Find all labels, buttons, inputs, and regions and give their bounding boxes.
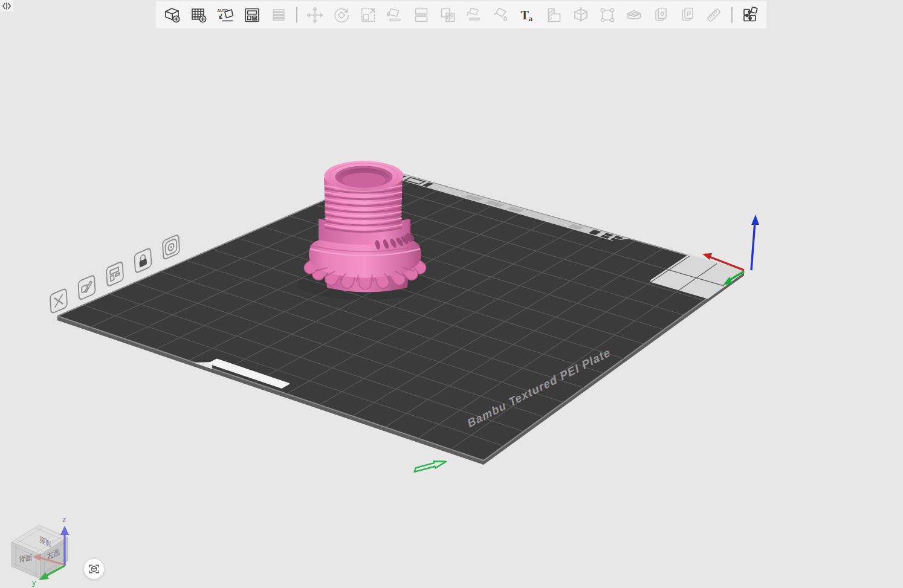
split-to-parts-button — [412, 6, 430, 24]
edit-plate-button[interactable] — [78, 275, 95, 300]
nav-z-axis-label: z — [62, 515, 66, 524]
rotate-button — [332, 6, 351, 24]
text-shape-icon: Ta — [519, 6, 537, 24]
support-painting-icon — [492, 6, 510, 24]
arrange-plate-button[interactable] — [106, 261, 123, 286]
color-painting-button — [545, 6, 563, 24]
color-painting-icon — [545, 6, 563, 24]
delete-plate-button[interactable] — [50, 288, 67, 314]
plate-settings-button[interactable] — [163, 234, 180, 260]
text-shape-button[interactable]: Ta — [519, 6, 537, 24]
svg-text:0: 0 — [660, 10, 664, 17]
main-toolbar: AUTOTa0P — [156, 1, 766, 28]
cut-icon — [572, 6, 590, 24]
process-parameters-button: P — [678, 6, 696, 24]
scale-icon — [359, 6, 377, 24]
move-button — [306, 6, 324, 24]
scale-button — [359, 6, 377, 24]
svg-text:a: a — [529, 13, 533, 22]
add-model-button[interactable] — [163, 6, 181, 24]
rotate-icon — [332, 6, 351, 24]
bambu-studio-3d-viewport-window: Bambu Textured PEI Plate — [0, 0, 903, 588]
assembly-view-icon — [741, 6, 759, 24]
sidebar-collapse-toggle[interactable] — [0, 0, 13, 11]
auto-orient-icon: AUTO — [216, 6, 235, 24]
plate-front-arrow-icon — [413, 458, 447, 474]
collapse-icon — [1, 1, 12, 11]
model-inner-floor — [343, 173, 386, 188]
nav-y-axis-label: y — [32, 578, 36, 587]
svg-text:P: P — [687, 10, 691, 17]
split-to-objects-icon — [270, 6, 288, 24]
nav-z-axis-arrowhead — [60, 526, 69, 535]
seam-painting-button — [598, 6, 617, 24]
lock-plate-button[interactable] — [134, 248, 151, 273]
z-axis-arrow — [751, 222, 755, 270]
arrange-icon — [243, 6, 261, 24]
add-plate-button[interactable] — [190, 6, 208, 24]
support-painting-button — [492, 6, 510, 24]
seam-painting-icon — [598, 6, 617, 24]
fit-view-icon — [88, 563, 100, 575]
navigation-cube[interactable]: z y 顶面 背面 左面 — [11, 515, 69, 587]
measure-button — [705, 6, 723, 24]
split-to-objects-button — [270, 6, 288, 24]
boolean-button — [439, 6, 457, 24]
svg-text:T: T — [521, 8, 529, 21]
toolbar-separator — [296, 7, 297, 23]
cut-button — [572, 6, 590, 24]
fuzzy-skin-button — [625, 6, 643, 24]
variable-layer-height-icon: 0 — [652, 6, 670, 24]
process-parameters-icon: P — [678, 6, 696, 24]
measure-icon — [705, 6, 723, 24]
z-axis-arrowhead — [751, 215, 759, 225]
boolean-icon — [439, 6, 457, 24]
lay-on-face-icon — [386, 6, 404, 24]
flatten-button — [465, 6, 484, 24]
zoom-to-fit-button[interactable] — [84, 559, 104, 579]
fuzzy-skin-icon — [625, 6, 643, 24]
auto-orient-button[interactable]: AUTO — [216, 6, 235, 24]
flatten-icon — [465, 6, 484, 24]
variable-layer-height-button: 0 — [652, 6, 670, 24]
arrange-button[interactable] — [243, 6, 261, 24]
add-plate-icon — [190, 6, 208, 24]
lay-on-face-button — [386, 6, 404, 24]
viewport-3d[interactable]: Bambu Textured PEI Plate — [0, 0, 903, 588]
split-to-parts-icon — [412, 6, 430, 24]
move-icon — [306, 6, 324, 24]
toolbar-separator — [731, 7, 733, 23]
add-model-icon — [163, 6, 181, 24]
assembly-view-button[interactable] — [741, 6, 759, 24]
